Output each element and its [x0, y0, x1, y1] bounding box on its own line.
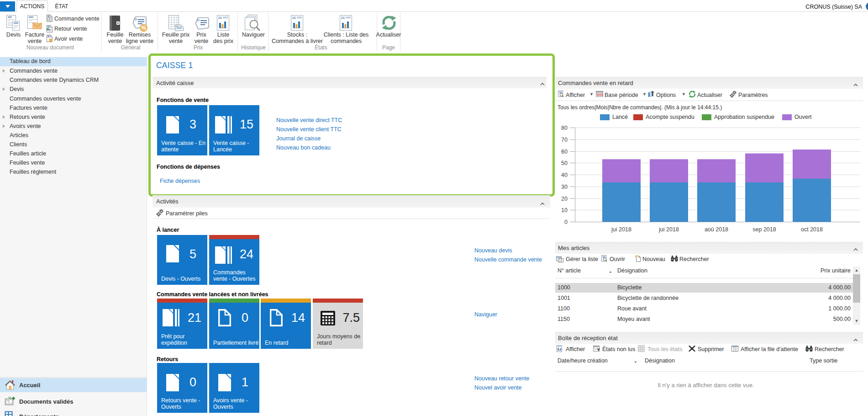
svg-text:10: 10	[561, 207, 568, 213]
svg-text:jui 2018: jui 2018	[611, 226, 631, 233]
svg-text:70: 70	[561, 137, 568, 143]
svg-text:aoû 2018: aoû 2018	[705, 226, 728, 233]
svg-text:50: 50	[561, 160, 568, 166]
svg-text:80: 80	[561, 125, 568, 131]
svg-text:sep 2018: sep 2018	[752, 226, 776, 233]
svg-text:oct 2018: oct 2018	[801, 226, 823, 233]
svg-text:40: 40	[561, 172, 568, 178]
svg-text:20: 20	[561, 196, 568, 202]
svg-text:30: 30	[561, 184, 568, 190]
svg-text:%: %	[141, 25, 146, 31]
svg-text:60: 60	[561, 149, 568, 155]
svg-text:jui 2018: jui 2018	[658, 226, 679, 233]
svg-text:0: 0	[564, 219, 568, 225]
